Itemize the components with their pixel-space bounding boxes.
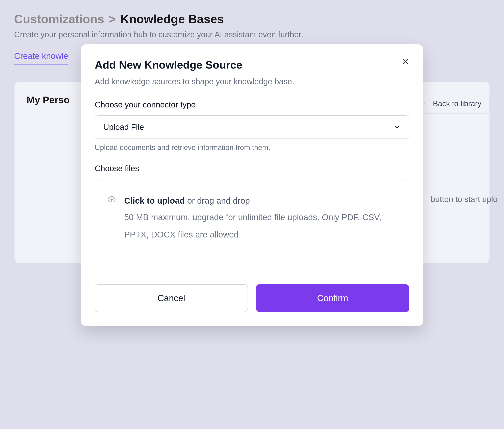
modal-actions: Cancel Confirm [95,284,409,312]
dropzone-limits-text: 50 MB maximum, upgrade for unlimited fil… [124,209,397,243]
modal-subtitle: Add knowledge sources to shape your know… [95,77,409,86]
click-to-upload-text: Click to upload [124,196,185,206]
add-knowledge-source-modal: Add New Knowledge Source Add knowledge s… [81,44,423,326]
drag-and-drop-text: or drag and drop [185,196,250,206]
choose-files-label: Choose files [95,164,409,173]
connector-type-label: Choose your connector type [95,100,409,109]
confirm-button[interactable]: Confirm [256,284,409,312]
cloud-upload-icon [107,195,116,243]
file-dropzone[interactable]: Click to upload or drag and drop 50 MB m… [95,179,409,262]
cancel-button[interactable]: Cancel [95,284,248,312]
modal-overlay: Add New Knowledge Source Add knowledge s… [0,0,504,429]
dropzone-text: Click to upload or drag and drop 50 MB m… [124,194,397,243]
close-icon [402,58,409,66]
modal-title: Add New Knowledge Source [95,58,409,71]
close-button[interactable] [400,56,411,68]
dropzone-line-1: Click to upload or drag and drop [124,194,397,208]
chevron-down-icon [386,124,401,131]
connector-type-select[interactable]: Upload File [95,115,409,139]
connector-type-selected-value: Upload File [103,123,144,132]
connector-type-help: Upload documents and retrieve informatio… [95,143,409,152]
